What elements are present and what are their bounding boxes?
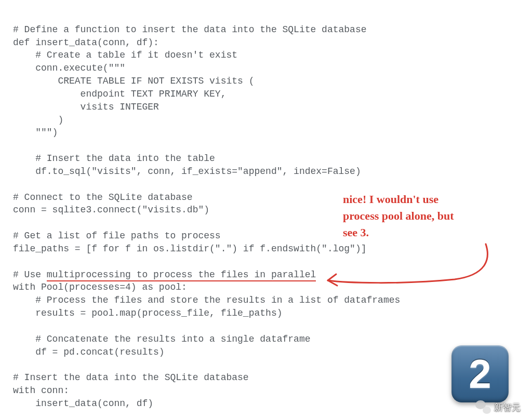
annotation-line: process pool alone, but bbox=[343, 208, 454, 224]
code-line: # Use multiprocessing to process the fil… bbox=[13, 269, 316, 281]
code-line: conn = sqlite3.connect("visits.db") bbox=[13, 205, 209, 215]
code-line: # Concatenate the results into a single … bbox=[13, 334, 311, 344]
code-line: # Insert the data into the table bbox=[13, 153, 215, 164]
code-line: # Get a list of file paths to process bbox=[13, 231, 221, 241]
code-line: # Define a function to insert the data i… bbox=[13, 24, 367, 35]
code-line: # Connect to the SQLite database bbox=[13, 192, 193, 203]
code-line: CREATE TABLE IF NOT EXISTS visits ( bbox=[13, 76, 254, 86]
code-fragment: # Use bbox=[13, 269, 47, 280]
code-line: results = pool.map(process_file, file_pa… bbox=[13, 308, 282, 318]
code-line: conn.execute(""" bbox=[13, 63, 125, 73]
annotation-line: see 3. bbox=[343, 224, 454, 241]
code-line: df.to_sql("visits", conn, if_exists="app… bbox=[13, 166, 361, 177]
code-line: file_paths = [f for f in os.listdir(".")… bbox=[13, 244, 367, 254]
code-line: # Insert the data into the SQLite databa… bbox=[13, 372, 249, 383]
wechat-icon bbox=[475, 400, 491, 414]
code-line: endpoint TEXT PRIMARY KEY, bbox=[13, 89, 226, 99]
code-line: # Process the files and store the result… bbox=[13, 295, 400, 305]
code-line: def insert_data(conn, df): bbox=[13, 37, 159, 48]
handwritten-annotation: nice! I wouldn't use process pool alone,… bbox=[343, 191, 454, 241]
slide-number: 2 bbox=[469, 350, 491, 398]
annotation-line: nice! I wouldn't use bbox=[343, 191, 454, 208]
code-line: visits INTEGER bbox=[13, 102, 159, 112]
code-line: df = pd.concat(results) bbox=[13, 347, 165, 357]
watermark: 新智元 bbox=[475, 400, 521, 414]
code-line: with Pool(processes=4) as pool: bbox=[13, 282, 187, 292]
code-line: insert_data(conn, df) bbox=[13, 398, 153, 409]
code-line: with conn: bbox=[13, 385, 69, 396]
code-line: # Create a table if it doesn't exist bbox=[13, 50, 237, 60]
underlined-text: multiprocessing to process the files in … bbox=[47, 269, 316, 281]
code-line: ) bbox=[13, 115, 63, 125]
slide-number-badge: 2 bbox=[451, 345, 509, 402]
watermark-text: 新智元 bbox=[494, 401, 521, 413]
code-line: """) bbox=[13, 127, 58, 138]
